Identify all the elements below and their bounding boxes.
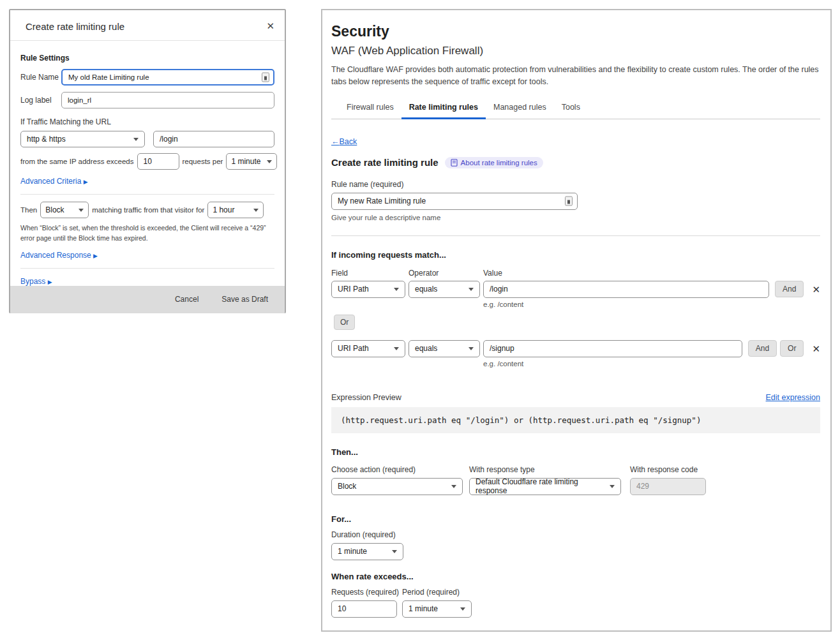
expression-preview-row: Expression Preview Edit expression [331, 393, 820, 402]
rate-controls-row: 1 minute [331, 600, 820, 618]
back-link[interactable]: ←Back [331, 137, 357, 146]
response-code-label: With response code [630, 465, 698, 474]
then-middle: matching traffic from that visitor for [92, 206, 204, 214]
rule-name-input-wrap [61, 69, 274, 86]
response-code-input [630, 478, 706, 495]
save-as-draft-button[interactable]: Save as Draft [221, 295, 268, 304]
and-button[interactable]: And [748, 340, 777, 357]
period-select[interactable]: 1 minute [402, 600, 472, 618]
operator-select[interactable]: equals [409, 281, 480, 298]
back-label: Back [340, 137, 357, 146]
chevron-down-icon [394, 288, 399, 291]
remove-condition-icon[interactable]: ✕ [812, 344, 820, 353]
divider [20, 268, 274, 269]
rule-name-input-wrap [331, 193, 578, 210]
operator-select-value: equals [415, 285, 437, 294]
value-input[interactable] [483, 281, 769, 298]
threshold-period-select[interactable]: 1 minute [226, 153, 277, 170]
chevron-down-icon [267, 160, 272, 163]
remove-condition-icon[interactable]: ✕ [812, 285, 820, 294]
action-select[interactable]: Block [40, 202, 89, 218]
field-select-value: URI Path [338, 285, 369, 294]
response-type-select[interactable]: Default Cloudflare rate limiting respons… [469, 478, 621, 495]
threshold-period-value: 1 minute [231, 157, 260, 166]
about-rate-limiting-rules-badge[interactable]: About rate limiting rules [445, 157, 543, 168]
threshold-input[interactable] [137, 153, 179, 170]
value-input[interactable] [483, 340, 742, 357]
duration-label: Duration (required) [331, 530, 820, 539]
rule-name-row: Rule Name [20, 69, 274, 86]
traffic-match-row: http & https [20, 131, 274, 147]
divider [20, 194, 274, 195]
chevron-down-icon [451, 485, 456, 488]
expression-code: (http.request.uri.path eq "/login") or (… [331, 407, 820, 433]
condition-row: URI Path equals And ✕ [331, 281, 820, 298]
chevron-down-icon [469, 288, 474, 291]
threshold-middle: requests per [183, 158, 223, 165]
for-heading: For... [331, 514, 820, 524]
response-type-select-value: Default Cloudflare rate limiting respons… [476, 477, 604, 495]
form-title-row: Create rate limiting rule About rate lim… [331, 157, 820, 168]
field-select[interactable]: URI Path [331, 281, 405, 298]
autofill-icon [262, 73, 269, 82]
chevron-down-icon [392, 550, 397, 553]
cancel-button[interactable]: Cancel [175, 295, 199, 304]
block-duration-select[interactable]: 1 hour [207, 202, 264, 218]
tab-rate-limiting-rules[interactable]: Rate limiting rules [401, 99, 486, 119]
response-type-label: With response type [469, 465, 630, 474]
rule-name-label: Rule Name [20, 73, 61, 82]
then-controls-row: Block Default Cloudflare rate limiting r… [331, 478, 820, 495]
bypass-link[interactable]: Bypass ▶ [20, 277, 274, 286]
field-select-value: URI Path [338, 344, 369, 353]
chevron-down-icon [253, 209, 259, 212]
requests-input[interactable] [331, 600, 397, 618]
then-prefix: Then [20, 206, 37, 214]
divider [331, 235, 820, 236]
advanced-response-label: Advanced Response [20, 251, 91, 260]
security-waf-panel: Security WAF (Web Application Firewall) … [321, 9, 832, 632]
scheme-select[interactable]: http & https [20, 131, 145, 147]
advanced-criteria-link[interactable]: Advanced Criteria ▶ [20, 177, 274, 186]
tab-tools[interactable]: Tools [554, 99, 588, 119]
rule-name-input[interactable] [61, 69, 274, 86]
or-button[interactable]: Or [780, 340, 804, 357]
tab-firewall-rules[interactable]: Firewall rules [339, 99, 401, 119]
condition-row: URI Path equals And Or ✕ [331, 340, 820, 357]
duration-select-value: 1 minute [338, 547, 367, 556]
rule-name-label: Rule name (required) [331, 180, 820, 189]
then-row: Then Block matching traffic from that vi… [20, 202, 274, 218]
advanced-response-link[interactable]: Advanced Response ▶ [20, 251, 274, 260]
then-column-labels: Choose action (required) With response t… [331, 465, 820, 474]
block-note: When “Block” is set, when the threshold … [20, 223, 274, 244]
rule-name-input[interactable] [331, 193, 578, 210]
dialog-footer: Cancel Save as Draft [10, 286, 285, 313]
rate-exceeds-heading: When rate exceeds... [331, 572, 820, 581]
action-select[interactable]: Block [331, 478, 463, 495]
block-duration-value: 1 hour [213, 205, 234, 214]
period-select-value: 1 minute [409, 604, 438, 613]
requests-label: Requests (required) [331, 588, 402, 597]
condition-column-labels: Field Operator Value [331, 269, 820, 278]
create-rate-limiting-rule-dialog: Create rate limiting rule ✕ Rule Setting… [9, 9, 286, 313]
and-button[interactable]: And [775, 281, 804, 297]
tab-managed-rules[interactable]: Managed rules [486, 99, 554, 119]
scheme-select-value: http & https [27, 135, 66, 144]
close-icon[interactable]: ✕ [266, 21, 274, 31]
log-label-input[interactable] [61, 92, 274, 108]
back-arrow-icon: ← [331, 137, 340, 146]
operator-select-value: equals [415, 344, 437, 353]
edit-expression-link[interactable]: Edit expression [766, 393, 820, 402]
page-title: Security [331, 23, 820, 40]
or-button[interactable]: Or [334, 315, 355, 330]
operator-select[interactable]: equals [409, 340, 480, 357]
bypass-label: Bypass [20, 277, 45, 286]
duration-select[interactable]: 1 minute [331, 543, 403, 560]
value-hint: e.g. /content [483, 360, 820, 368]
rule-settings-heading: Rule Settings [20, 54, 274, 63]
field-select[interactable]: URI Path [331, 340, 405, 357]
dialog-header: Create rate limiting rule ✕ [10, 10, 285, 41]
url-input[interactable] [153, 131, 274, 147]
rule-name-helper: Give your rule a descriptive name [331, 214, 820, 221]
choose-action-label: Choose action (required) [331, 465, 469, 474]
chevron-down-icon [610, 485, 615, 488]
